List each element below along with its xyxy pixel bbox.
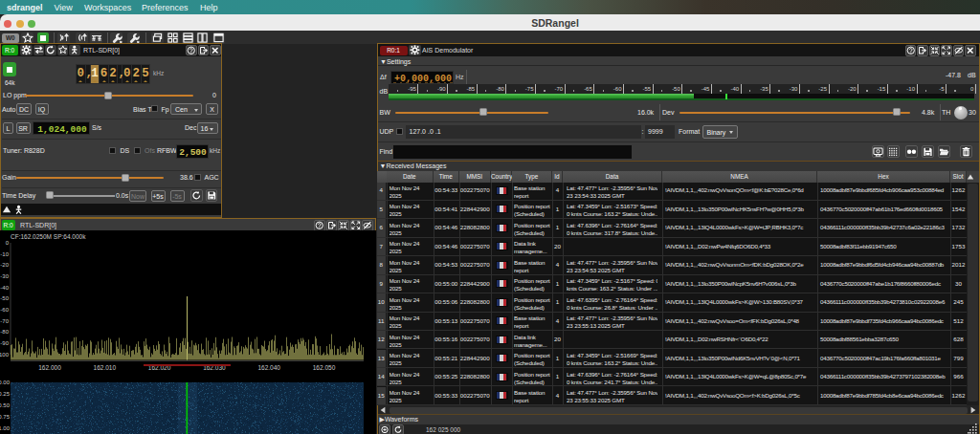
- svg-text:162.010: 162.010: [94, 364, 117, 371]
- svg-text:-40: -40: [0, 285, 9, 291]
- svg-text:0.25: 0.25: [0, 391, 11, 397]
- svg-text:-70: -70: [0, 318, 9, 324]
- svg-text:162.040: 162.040: [257, 364, 280, 371]
- svg-text:-60: -60: [0, 307, 9, 313]
- svg-text:CF:162.0250M SP:64.000k: CF:162.0250M SP:64.000k: [11, 233, 86, 240]
- svg-text:162.000: 162.000: [38, 364, 61, 371]
- svg-text:0.50: 0.50: [0, 402, 11, 408]
- svg-text:0.00: 0.00: [0, 380, 11, 385]
- svg-text:-100: -100: [0, 352, 10, 358]
- svg-text:0.75: 0.75: [0, 414, 11, 420]
- svg-text:1.00: 1.00: [0, 425, 11, 431]
- svg-text:162.050: 162.050: [313, 364, 336, 371]
- svg-text:-90: -90: [0, 340, 9, 346]
- svg-text:-30: -30: [0, 273, 9, 279]
- svg-text:-20: -20: [0, 262, 9, 268]
- svg-text:-10: -10: [0, 251, 9, 257]
- svg-text:-50: -50: [0, 295, 9, 301]
- svg-text:-80: -80: [0, 329, 9, 335]
